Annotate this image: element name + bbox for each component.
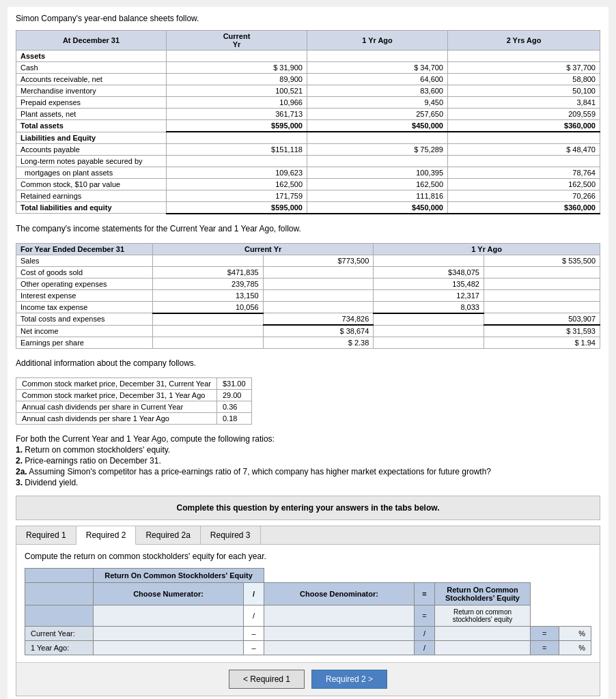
ratio-1yearago-slash2: / [415,641,435,655]
is-row-tax-1ago: 8,033 [374,301,484,313]
question-2: 2. Price-earnings ratio on December 31. [16,456,600,466]
bs-row-inv-current: 100,521 [167,85,307,97]
ratio-1yearago-denom-input[interactable] [270,644,408,652]
ratio-subheader-denom-input [264,605,415,627]
ratio-1yearago-denom2-input[interactable] [440,644,524,652]
bs-row-ap-label: Accounts payable [16,143,167,155]
next-button[interactable]: Required 2 > [311,670,387,689]
is-col-current: Current Yr [153,243,374,255]
bs-row-mortgage-1ago: 100,395 [307,167,448,178]
is-row-sales-current: $773,500 [263,255,374,266]
ratio-header-equals: = [415,583,435,605]
additional-intro-text: Additional information about the company… [16,358,600,368]
bs-row-mortgage-current: 109,623 [167,167,307,178]
is-row-netincome-label: Net income [16,325,153,337]
bs-row-prepaid-1ago: 9,450 [307,97,448,109]
ratio-1yearago-num-input[interactable] [99,644,238,652]
bs-row-cash-current: $ 31,900 [167,62,307,74]
is-row-cogs-current: $471,835 [153,266,264,278]
questions-section: For both the Current Year and 1 Year Ago… [16,434,600,487]
ratio-header-empty [25,569,94,583]
is-row-int-current: 13,150 [153,289,264,301]
is-row-tax-label: Income tax expense [16,301,153,313]
ratio-header-label-empty [25,583,94,605]
bs-row-ap-2ago: $ 48,470 [448,143,600,155]
bs-row-prepaid-label: Prepaid expenses [16,97,167,109]
ratio-subheader-empty [25,605,94,627]
bs-row-totalassets-1ago: $450,000 [307,120,448,132]
ratio-currentyear-equals: = [531,627,559,641]
intro-text: Simon Company's year-end balance sheets … [16,14,600,23]
bs-assets-header: Assets [16,51,167,62]
ratio-1yearago-denom[interactable] [264,641,415,655]
ratio-currentyear-denom2-input[interactable] [440,629,524,638]
is-row-cogs-1ago: $348,075 [374,266,484,278]
add-row3-value: 0.36 [216,401,251,413]
bs-row-totalliab-2ago: $360,000 [448,201,600,214]
tab-required2[interactable]: Required 2 [76,526,137,545]
question-1: 1. Return on common stockholders' equity… [16,445,600,455]
bs-row-cash-1ago: $ 34,700 [307,62,448,74]
income-intro-text: The company's income statements for the … [16,224,600,233]
tab-required3[interactable]: Required 3 [201,526,261,544]
bs-row-ap-1ago: $ 75,289 [307,143,448,155]
is-row-tax-current: 10,056 [153,301,264,313]
bs-row-inv-label: Merchandise inventory [16,85,167,97]
ratio-row-currentyear-label: Current Year: [25,627,94,641]
ratio-subheader-num-input [94,605,244,627]
ratio-subheader-result-label: Return on commonstockholders' equity [435,605,531,627]
prev-button[interactable]: < Required 1 [229,670,305,689]
is-row-opex-label: Other operating expenses [16,278,153,289]
bs-row-totalliab-1ago: $450,000 [307,201,448,214]
is-row-cogs-label: Cost of goods sold [16,266,153,278]
questions-intro: For both the Current Year and 1 Year Ago… [16,434,600,444]
is-row-totalcosts-1ago: 503,907 [484,313,600,326]
ratio-currentyear-denom2[interactable] [435,627,531,641]
ratio-currentyear-denom[interactable] [264,627,415,641]
ratio-currentyear-denom-input[interactable] [270,629,408,638]
question-3: 3. Dividend yield. [16,478,600,487]
is-row-sales-1ago: $ 535,500 [484,255,600,266]
is-row-totalcosts-label: Total costs and expenses [16,313,153,326]
ratio-1yearago-result: % [559,641,591,655]
bs-row-re-current: 171,759 [167,190,307,201]
add-row2-label: Common stock market price, December 31, … [16,390,217,401]
tab-required1[interactable]: Required 1 [16,526,76,544]
bs-row-re-2ago: 70,266 [448,190,600,201]
bs-col-current: CurrentYr [167,31,307,51]
bs-row-cash-label: Cash [16,62,167,74]
ratio-currentyear-num[interactable] [94,627,244,641]
ratio-1yearago-num[interactable] [94,641,244,655]
tab-description: Compute the return on common stockholder… [25,552,591,561]
bs-row-totalliab-current: $595,000 [167,201,307,214]
complete-box: Complete this question by entering your … [16,496,600,520]
bs-row-plant-2ago: 209,559 [448,109,600,120]
bs-row-inv-1ago: 83,600 [307,85,448,97]
ratio-header-slash: / [244,583,264,605]
is-row-netincome-1ago: $ 31,593 [484,325,600,337]
ratio-1yearago-denom2[interactable] [435,641,531,655]
bs-row-totalliab-label: Total liabilities and equity [16,201,167,214]
is-row-totalcosts-current: 734,826 [263,313,374,326]
ratio-currentyear-num-input[interactable] [99,629,238,638]
tab-required2a[interactable]: Required 2a [136,526,200,544]
tabs-row: Required 1 Required 2 Required 2a Requir… [16,526,600,545]
is-row-sales-label: Sales [16,255,153,266]
is-row-int-1ago: 12,317 [374,289,484,301]
bs-row-prepaid-current: 10,966 [167,97,307,109]
is-col-label: For Year Ended December 31 [16,243,153,255]
add-row3-label: Annual cash dividends per share in Curre… [16,401,217,413]
bs-col-2ago: 2 Yrs Ago [448,31,600,51]
ratio-subheader-slash2: / [244,605,264,627]
page: Simon Company's year-end balance sheets … [8,7,608,699]
add-row4-label: Annual cash dividends per share 1 Year A… [16,413,217,425]
balance-sheet-table: At December 31 CurrentYr 1 Yr Ago 2 Yrs … [16,30,600,214]
tabs-container: Required 1 Required 2 Required 2a Requir… [16,526,600,696]
ratio-subheader-equals2: = [415,605,435,627]
is-col-1ago: 1 Yr Ago [374,243,600,255]
add-row2-value: 29.00 [216,390,251,401]
ratio-table: Return On Common Stockholders' Equity Ch… [25,568,591,655]
bs-row-plant-current: 361,713 [167,109,307,120]
is-row-eps-1ago: $ 1.94 [484,337,600,349]
bs-row-ar-2ago: 58,800 [448,74,600,85]
